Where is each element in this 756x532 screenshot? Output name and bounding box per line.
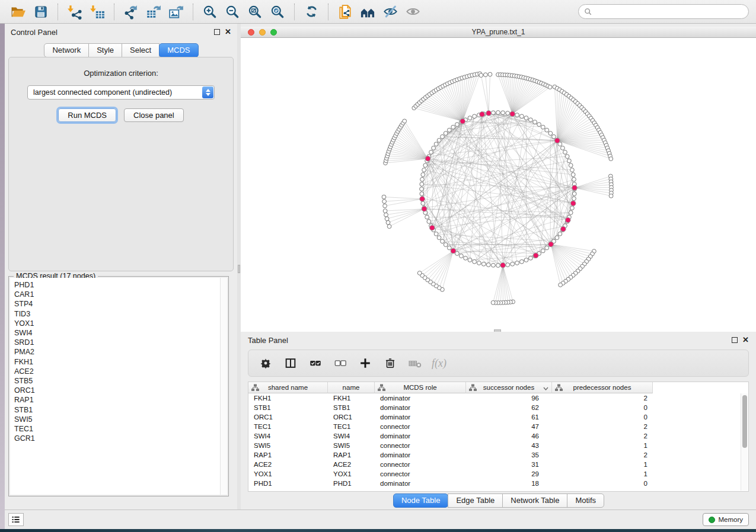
mcds-result-item[interactable]: YOX1 [14,319,227,328]
optimization-criterion-select[interactable]: largest connected component (undirected) [27,85,215,100]
toolbar-separator [328,4,328,20]
toolbar-separator [294,4,295,20]
clone-network-icon[interactable] [336,2,355,21]
table-row[interactable]: ORC1ORC1dominator610 [248,412,741,422]
select-stepper-icon [202,86,213,98]
mcds-result-item[interactable]: STB5 [14,376,227,386]
memory-button[interactable]: Memory [703,513,749,526]
gear-icon[interactable] [257,355,274,371]
table-row[interactable]: ACE2ACE2connector311 [248,460,741,469]
table-cell: 2 [552,423,653,430]
function-builder-icon[interactable]: f(x) [432,357,446,370]
network-window-title: YPA_prune.txt_1 [241,28,756,36]
deselect-all-icon[interactable] [332,355,349,371]
tab-style[interactable]: Style [88,43,122,57]
mcds-result-item[interactable]: TEC1 [14,424,227,434]
export-table-icon[interactable] [144,2,163,21]
sort-arrow-icon[interactable] [543,384,548,392]
delete-table-icon[interactable] [407,355,423,371]
column-header-label: successor nodes [483,384,534,391]
select-all-icon[interactable] [307,355,324,371]
delete-column-icon[interactable] [382,355,398,371]
node-table: shared namenameMCDS rolesuccessor nodesp… [248,382,749,492]
mcds-result-item[interactable]: TID3 [14,309,227,319]
refresh-icon[interactable] [302,2,321,21]
column-header[interactable]: successor nodes [466,382,552,393]
column-header-label: predecessor nodes [573,384,631,391]
network-graph [241,38,756,332]
tab-motifs[interactable]: Motifs [567,493,604,508]
search-box[interactable] [578,4,749,19]
vertical-splitter-handle[interactable] [238,265,240,273]
table-row[interactable]: SWI5SWI5connector431 [248,441,741,450]
column-header[interactable]: shared name [248,382,328,393]
mcds-result-scrollbar[interactable] [220,278,227,495]
close-table-panel-icon[interactable]: ✕ [742,337,749,343]
add-column-icon[interactable] [357,355,374,371]
float-panel-icon[interactable] [214,29,220,35]
import-table-icon[interactable] [88,2,107,21]
table-row[interactable]: RAP1RAP1dominator352 [248,450,741,460]
attribute-tree-icon [555,384,563,393]
zoom-in-icon[interactable] [200,2,219,21]
zoom-out-icon[interactable] [223,2,242,21]
mcds-result-list: PHD1CAR1STP4TID3YOX1SWI4SRD1PMA2FKH1ACE2… [10,278,227,495]
attribute-tree-icon [469,384,477,393]
hide-selected-icon[interactable] [381,2,400,21]
mcds-result-item[interactable]: PHD1 [14,280,227,290]
show-all-icon[interactable] [403,2,422,21]
zoom-fit-icon[interactable] [245,2,264,21]
tab-edge-table[interactable]: Edge Table [448,493,503,508]
import-network-icon[interactable] [65,2,84,21]
mcds-result-item[interactable]: RAP1 [14,395,227,405]
mcds-result-item[interactable]: ORC1 [14,386,227,395]
column-header[interactable]: name [328,382,375,393]
table-row[interactable]: STB1STB1dominator620 [248,403,741,412]
mcds-result-item[interactable]: SWI4 [14,328,227,338]
mcds-result-item[interactable]: CAR1 [14,290,227,299]
network-titlebar: YPA_prune.txt_1 [241,27,756,38]
control-panel-title: Control Panel [11,28,58,37]
export-image-icon[interactable] [167,2,186,21]
mcds-result-item[interactable]: SWI5 [14,415,227,424]
tab-network-table[interactable]: Network Table [502,493,567,508]
column-header[interactable]: predecessor nodes [552,382,653,393]
tab-mcds[interactable]: MCDS [159,43,198,57]
mcds-result-item[interactable]: PMA2 [14,347,227,357]
mcds-result-item[interactable]: FKH1 [14,357,227,367]
table-scrollbar-thumb[interactable] [742,395,747,448]
network-canvas[interactable] [241,38,756,332]
search-input[interactable] [592,8,743,16]
table-cell: SWI5 [328,442,375,449]
close-panel-button[interactable]: Close panel [124,108,184,122]
zoom-selected-icon[interactable] [268,2,287,21]
mcds-result-item[interactable]: STP4 [14,299,227,309]
first-neighbors-icon[interactable] [358,2,377,21]
table-row[interactable]: PHD1PHD1dominator180 [248,479,741,488]
table-scrollbar[interactable] [741,393,748,491]
table-row[interactable]: YOX1YOX1connector291 [248,469,741,479]
optimization-criterion-label: Optimization criterion: [9,69,233,78]
table-cell: dominator [375,480,466,487]
close-panel-icon[interactable]: ✕ [225,29,231,35]
save-session-icon[interactable] [31,2,50,21]
export-network-icon[interactable] [122,2,141,21]
tab-network[interactable]: Network [44,43,89,57]
table-cell: 29 [466,470,552,477]
mcds-result-item[interactable]: SRD1 [14,338,227,347]
table-row[interactable]: TEC1TEC1connector472 [248,422,741,431]
table-row[interactable]: FKH1FKH1dominator962 [248,393,741,403]
mcds-result-item[interactable]: GCR1 [14,434,227,443]
task-history-button[interactable] [8,513,24,526]
float-table-panel-icon[interactable] [732,337,738,343]
mcds-result-item[interactable]: ACE2 [14,367,227,376]
split-columns-icon[interactable] [282,355,299,371]
tab-node-table[interactable]: Node Table [393,493,449,508]
tab-select[interactable]: Select [122,43,160,57]
run-mcds-button[interactable]: Run MCDS [58,108,116,122]
table-row[interactable]: SWI4SWI4dominator462 [248,431,741,441]
mcds-result-item[interactable]: STB1 [14,405,227,415]
network-window: YPA_prune.txt_1 [241,27,756,332]
column-header[interactable]: MCDS role [375,382,466,393]
open-file-icon[interactable] [9,2,28,21]
